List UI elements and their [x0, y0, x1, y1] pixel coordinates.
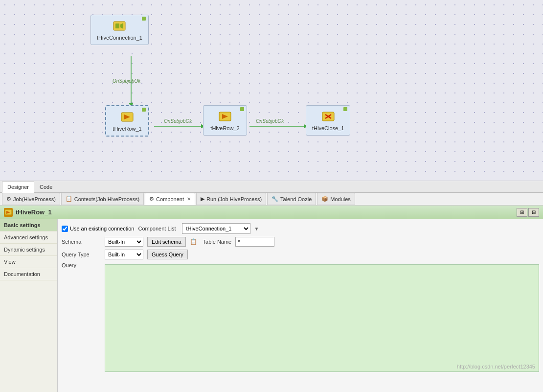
node-icon-connection	[112, 19, 127, 33]
component-title-text: tHiveRow_1	[16, 208, 52, 216]
node-tHiveClose_1[interactable]: tHiveClose_1	[306, 105, 350, 136]
node-tHiveRow_2[interactable]: tHiveRow_2	[203, 105, 247, 136]
schema-label: Schema	[62, 239, 101, 245]
node-tHiveConnection_1[interactable]: tHiveConnection_1	[90, 15, 149, 45]
query-type-label: Query Type	[62, 252, 101, 257]
node-label-connection: tHiveConnection_1	[97, 35, 142, 41]
dropdown-icon: ▼	[254, 226, 259, 231]
node-label-row1: tHiveRow_1	[112, 126, 142, 132]
component-tabs-bar: ⚙ Job(HiveProcess) 📋 Contexts(Job HivePr…	[0, 193, 543, 206]
tab-designer[interactable]: Designer	[2, 182, 34, 193]
sidebar-item-view[interactable]: View	[0, 256, 57, 268]
node-icon-row1	[120, 110, 135, 124]
job-icon: ⚙	[6, 196, 11, 202]
node-minimize-btn-row1[interactable]	[142, 108, 146, 112]
tab-run[interactable]: ▶ Run (Job HiveProcess)	[196, 193, 266, 205]
grid-btn-1[interactable]: ⊞	[517, 208, 527, 217]
table-name-label: Table Name	[203, 239, 232, 245]
tab-component[interactable]: ⚙ Component ✕	[145, 193, 195, 205]
node-label-close: tHiveClose_1	[312, 125, 344, 131]
main-tabs-bar: Designer Code	[0, 181, 543, 193]
svg-rect-4	[115, 23, 119, 28]
schema-select[interactable]: Built-In Repository	[105, 237, 143, 247]
connection-label-2: OnSubjobOk	[164, 118, 192, 124]
sidebar-item-advanced-settings[interactable]: Advanced settings	[0, 231, 57, 244]
node-tHiveRow_1[interactable]: tHiveRow_1	[105, 105, 149, 137]
main-content-area: Use an existing connection Component Lis…	[58, 219, 543, 392]
node-minimize-btn[interactable]	[142, 17, 146, 21]
tab-contexts[interactable]: 📋 Contexts(Job HiveProcess)	[61, 193, 144, 205]
component-tab-close[interactable]: ✕	[187, 196, 191, 202]
component-title-bar: tHiveRow_1 ⊞ ⊟	[0, 206, 543, 219]
sidebar-item-dynamic-settings[interactable]: Dynamic settings	[0, 244, 57, 256]
guess-query-btn[interactable]: Guess Query	[147, 250, 188, 259]
query-type-select[interactable]: Built-In Repository	[105, 250, 143, 259]
left-sidebar: Basic settings Advanced settings Dynamic…	[0, 219, 58, 392]
modules-icon: 📦	[321, 196, 328, 202]
talend-icon: 🔧	[272, 196, 278, 202]
canvas-area: OnSubjobOk OnSubjobOk OnSubjobOk tHiveCo…	[0, 0, 543, 181]
query-textarea[interactable]	[105, 264, 539, 372]
connection-label-3: OnSubjobOk	[256, 118, 284, 124]
tab-code[interactable]: Code	[34, 181, 58, 192]
node-icon-close	[321, 110, 336, 123]
edit-schema-btn[interactable]: Edit schema	[147, 237, 186, 247]
tab-job[interactable]: ⚙ Job(HiveProcess)	[2, 193, 60, 205]
form-row-schema: Schema Built-In Repository Edit schema 📋…	[62, 237, 539, 247]
tab-talend[interactable]: 🔧 Talend Oozie	[267, 193, 316, 205]
node-label-row2: tHiveRow_2	[209, 125, 241, 131]
query-label: Query	[62, 262, 101, 268]
use-existing-connection-checkbox[interactable]	[62, 226, 68, 232]
contexts-icon: 📋	[66, 196, 72, 202]
run-icon: ▶	[201, 196, 204, 202]
tab-modules[interactable]: 📦 Modules	[317, 193, 355, 205]
form-row-query-type: Query Type Built-In Repository Guess Que…	[62, 250, 539, 259]
sidebar-item-documentation[interactable]: Documentation	[0, 268, 57, 280]
node-minimize-btn-row2[interactable]	[240, 107, 244, 111]
connection-label-1: OnSubjobOk	[113, 78, 140, 84]
form-row-connection: Use an existing connection Component Lis…	[62, 223, 539, 234]
table-name-input[interactable]	[235, 237, 274, 247]
title-grid-buttons: ⊞ ⊟	[517, 208, 539, 217]
edit-schema-icon: 📋	[190, 238, 197, 245]
component-panel: Basic settings Advanced settings Dynamic…	[0, 219, 543, 392]
sidebar-item-basic-settings[interactable]: Basic settings	[0, 219, 57, 231]
node-icon-row2	[218, 110, 232, 123]
grid-btn-2[interactable]: ⊟	[528, 208, 539, 217]
component-list-label: Component List	[138, 226, 176, 231]
node-minimize-btn-close[interactable]	[343, 107, 347, 111]
form-row-query: Query http://blog.csdn.net/perfect12345	[62, 262, 539, 373]
component-icon: ⚙	[149, 196, 154, 202]
watermark: http://blog.csdn.net/perfect12345	[457, 364, 535, 369]
use-existing-connection-label[interactable]: Use an existing connection	[62, 226, 134, 232]
component-title-icon	[4, 208, 13, 217]
component-list-select[interactable]: tHiveConnection_1	[182, 223, 250, 234]
